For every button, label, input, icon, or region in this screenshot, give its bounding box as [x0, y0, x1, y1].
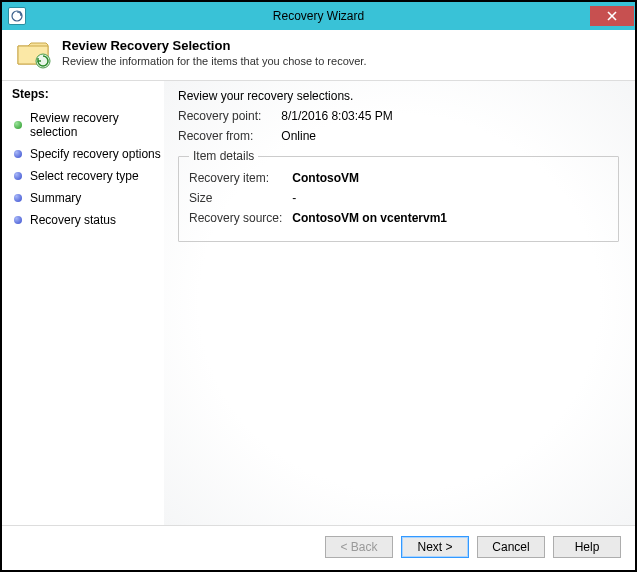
step-review-recovery-selection[interactable]: Review recovery selection	[12, 107, 164, 143]
titlebar: Recovery Wizard	[2, 2, 635, 30]
recovery-item-label: Recovery item:	[189, 171, 289, 185]
recover-from-value: Online	[281, 129, 316, 143]
step-label: Select recovery type	[30, 169, 139, 183]
step-bullet-icon	[14, 150, 22, 158]
size-label: Size	[189, 191, 289, 205]
close-button[interactable]	[590, 6, 634, 26]
recover-from-label: Recover from:	[178, 129, 278, 143]
recovery-wizard-window: Recovery Wizard Review Recovery Selectio…	[2, 2, 635, 570]
back-button: < Back	[325, 536, 393, 558]
step-bullet-icon	[14, 194, 22, 202]
step-label: Summary	[30, 191, 81, 205]
recovery-point-value: 8/1/2016 8:03:45 PM	[281, 109, 392, 123]
steps-sidebar: Steps: Review recovery selection Specify…	[2, 81, 164, 525]
step-specify-recovery-options[interactable]: Specify recovery options	[12, 143, 164, 165]
folder-recover-icon	[16, 38, 52, 70]
next-button[interactable]: Next >	[401, 536, 469, 558]
app-icon	[8, 7, 26, 25]
step-label: Recovery status	[30, 213, 116, 227]
step-summary[interactable]: Summary	[12, 187, 164, 209]
step-bullet-icon	[14, 216, 22, 224]
step-label: Review recovery selection	[30, 111, 162, 139]
page-subtitle: Review the information for the items tha…	[62, 55, 366, 67]
help-button[interactable]: Help	[553, 536, 621, 558]
wizard-header: Review Recovery Selection Review the inf…	[2, 30, 635, 80]
recovery-item-value: ContosoVM	[292, 171, 359, 185]
size-value: -	[292, 191, 296, 205]
page-title: Review Recovery Selection	[62, 38, 366, 53]
item-details-legend: Item details	[189, 149, 258, 163]
item-details-group: Item details Recovery item: ContosoVM Si…	[178, 149, 619, 242]
steps-heading: Steps:	[12, 87, 164, 101]
intro-text: Review your recovery selections.	[178, 89, 619, 103]
content-pane: Review your recovery selections. Recover…	[164, 81, 635, 525]
cancel-button[interactable]: Cancel	[477, 536, 545, 558]
step-bullet-icon	[14, 172, 22, 180]
close-icon	[607, 11, 617, 21]
step-recovery-status[interactable]: Recovery status	[12, 209, 164, 231]
step-bullet-current-icon	[14, 121, 22, 129]
recovery-source-value: ContosoVM on vcentervm1	[292, 211, 447, 225]
recovery-point-label: Recovery point:	[178, 109, 278, 123]
recovery-source-label: Recovery source:	[189, 211, 289, 225]
window-title: Recovery Wizard	[2, 9, 635, 23]
step-label: Specify recovery options	[30, 147, 161, 161]
step-select-recovery-type[interactable]: Select recovery type	[12, 165, 164, 187]
wizard-footer: < Back Next > Cancel Help	[2, 525, 635, 570]
